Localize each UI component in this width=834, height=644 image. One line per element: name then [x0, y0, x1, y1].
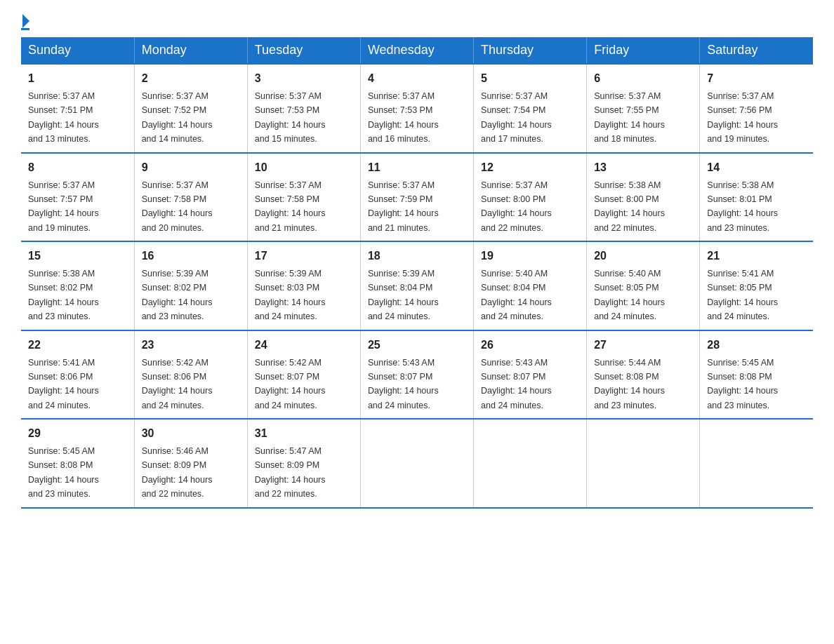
day-number: 14	[707, 159, 806, 176]
day-info: Sunrise: 5:37 AMSunset: 7:58 PMDaylight:…	[142, 180, 213, 233]
day-info: Sunrise: 5:37 AMSunset: 7:58 PMDaylight:…	[255, 180, 326, 233]
day-number: 15	[28, 248, 127, 264]
calendar-cell: 15 Sunrise: 5:38 AMSunset: 8:02 PMDaylig…	[21, 241, 134, 330]
day-number: 19	[481, 248, 579, 264]
logo-triangle-icon	[22, 14, 29, 28]
calendar-cell	[474, 419, 587, 508]
weekday-header-thursday: Thursday	[474, 37, 587, 64]
calendar-cell	[360, 419, 473, 508]
day-info: Sunrise: 5:45 AMSunset: 8:08 PMDaylight:…	[28, 446, 99, 499]
calendar-cell: 26 Sunrise: 5:43 AMSunset: 8:07 PMDaylig…	[474, 330, 587, 420]
calendar-cell: 12 Sunrise: 5:37 AMSunset: 8:00 PMDaylig…	[474, 153, 587, 242]
calendar-week-row: 15 Sunrise: 5:38 AMSunset: 8:02 PMDaylig…	[21, 241, 813, 330]
day-number: 16	[142, 248, 240, 264]
calendar-cell: 10 Sunrise: 5:37 AMSunset: 7:58 PMDaylig…	[247, 153, 360, 242]
calendar-cell: 20 Sunrise: 5:40 AMSunset: 8:05 PMDaylig…	[587, 241, 700, 330]
day-number: 28	[707, 337, 806, 354]
day-number: 21	[707, 248, 806, 264]
day-info: Sunrise: 5:47 AMSunset: 8:09 PMDaylight:…	[255, 446, 326, 499]
day-number: 27	[594, 337, 692, 354]
day-info: Sunrise: 5:37 AMSunset: 7:56 PMDaylight:…	[707, 91, 778, 144]
calendar-cell: 28 Sunrise: 5:45 AMSunset: 8:08 PMDaylig…	[700, 330, 813, 420]
calendar-cell: 19 Sunrise: 5:40 AMSunset: 8:04 PMDaylig…	[474, 241, 587, 330]
day-info: Sunrise: 5:39 AMSunset: 8:02 PMDaylight:…	[142, 269, 213, 321]
day-number: 25	[368, 337, 466, 354]
day-info: Sunrise: 5:42 AMSunset: 8:07 PMDaylight:…	[255, 358, 326, 410]
calendar-cell: 7 Sunrise: 5:37 AMSunset: 7:56 PMDayligh…	[700, 64, 813, 153]
weekday-header-row: SundayMondayTuesdayWednesdayThursdayFrid…	[21, 37, 813, 64]
day-number: 18	[368, 248, 466, 264]
day-number: 5	[481, 70, 579, 87]
day-info: Sunrise: 5:37 AMSunset: 7:51 PMDaylight:…	[28, 91, 99, 144]
calendar-cell: 27 Sunrise: 5:44 AMSunset: 8:08 PMDaylig…	[587, 330, 700, 420]
day-number: 7	[707, 70, 806, 87]
day-number: 9	[142, 159, 240, 176]
calendar-cell: 1 Sunrise: 5:37 AMSunset: 7:51 PMDayligh…	[21, 64, 134, 153]
day-info: Sunrise: 5:46 AMSunset: 8:09 PMDaylight:…	[142, 446, 213, 499]
calendar-table: SundayMondayTuesdayWednesdayThursdayFrid…	[21, 37, 813, 509]
day-info: Sunrise: 5:37 AMSunset: 7:59 PMDaylight:…	[368, 180, 439, 233]
calendar-cell: 29 Sunrise: 5:45 AMSunset: 8:08 PMDaylig…	[21, 419, 134, 508]
weekday-header-tuesday: Tuesday	[247, 37, 360, 64]
calendar-cell: 5 Sunrise: 5:37 AMSunset: 7:54 PMDayligh…	[474, 64, 587, 153]
page-header	[21, 14, 813, 30]
day-info: Sunrise: 5:43 AMSunset: 8:07 PMDaylight:…	[368, 358, 439, 410]
calendar-cell: 14 Sunrise: 5:38 AMSunset: 8:01 PMDaylig…	[700, 153, 813, 242]
weekday-header-sunday: Sunday	[21, 37, 134, 64]
day-info: Sunrise: 5:38 AMSunset: 8:02 PMDaylight:…	[28, 269, 99, 321]
calendar-cell: 13 Sunrise: 5:38 AMSunset: 8:00 PMDaylig…	[587, 153, 700, 242]
day-info: Sunrise: 5:41 AMSunset: 8:05 PMDaylight:…	[707, 269, 778, 321]
day-info: Sunrise: 5:38 AMSunset: 8:00 PMDaylight:…	[594, 180, 665, 233]
day-info: Sunrise: 5:44 AMSunset: 8:08 PMDaylight:…	[594, 358, 665, 410]
logo	[21, 14, 29, 30]
day-number: 30	[142, 425, 240, 442]
calendar-week-row: 22 Sunrise: 5:41 AMSunset: 8:06 PMDaylig…	[21, 330, 813, 420]
day-number: 22	[28, 337, 127, 354]
day-info: Sunrise: 5:37 AMSunset: 7:55 PMDaylight:…	[594, 91, 665, 144]
day-info: Sunrise: 5:37 AMSunset: 7:52 PMDaylight:…	[142, 91, 213, 144]
calendar-cell: 18 Sunrise: 5:39 AMSunset: 8:04 PMDaylig…	[360, 241, 473, 330]
day-number: 26	[481, 337, 579, 354]
day-number: 10	[255, 159, 353, 176]
day-info: Sunrise: 5:37 AMSunset: 8:00 PMDaylight:…	[481, 180, 552, 233]
day-number: 11	[368, 159, 466, 176]
day-number: 8	[28, 159, 127, 176]
logo-underline	[21, 28, 29, 30]
calendar-cell: 31 Sunrise: 5:47 AMSunset: 8:09 PMDaylig…	[247, 419, 360, 508]
day-info: Sunrise: 5:37 AMSunset: 7:53 PMDaylight:…	[368, 91, 439, 144]
day-info: Sunrise: 5:42 AMSunset: 8:06 PMDaylight:…	[142, 358, 213, 410]
day-info: Sunrise: 5:37 AMSunset: 7:53 PMDaylight:…	[255, 91, 326, 144]
calendar-cell: 3 Sunrise: 5:37 AMSunset: 7:53 PMDayligh…	[247, 64, 360, 153]
calendar-cell: 16 Sunrise: 5:39 AMSunset: 8:02 PMDaylig…	[134, 241, 247, 330]
day-info: Sunrise: 5:41 AMSunset: 8:06 PMDaylight:…	[28, 358, 99, 410]
day-info: Sunrise: 5:43 AMSunset: 8:07 PMDaylight:…	[481, 358, 552, 410]
weekday-header-wednesday: Wednesday	[360, 37, 473, 64]
day-info: Sunrise: 5:40 AMSunset: 8:04 PMDaylight:…	[481, 269, 552, 321]
calendar-cell: 2 Sunrise: 5:37 AMSunset: 7:52 PMDayligh…	[134, 64, 247, 153]
calendar-cell: 9 Sunrise: 5:37 AMSunset: 7:58 PMDayligh…	[134, 153, 247, 242]
day-info: Sunrise: 5:37 AMSunset: 7:57 PMDaylight:…	[28, 180, 99, 233]
calendar-week-row: 8 Sunrise: 5:37 AMSunset: 7:57 PMDayligh…	[21, 153, 813, 242]
calendar-cell: 30 Sunrise: 5:46 AMSunset: 8:09 PMDaylig…	[134, 419, 247, 508]
calendar-cell: 8 Sunrise: 5:37 AMSunset: 7:57 PMDayligh…	[21, 153, 134, 242]
day-number: 1	[28, 70, 127, 87]
calendar-cell	[700, 419, 813, 508]
day-number: 2	[142, 70, 240, 87]
calendar-cell: 24 Sunrise: 5:42 AMSunset: 8:07 PMDaylig…	[247, 330, 360, 420]
day-info: Sunrise: 5:39 AMSunset: 8:04 PMDaylight:…	[368, 269, 439, 321]
day-number: 20	[594, 248, 692, 264]
calendar-cell: 6 Sunrise: 5:37 AMSunset: 7:55 PMDayligh…	[587, 64, 700, 153]
day-number: 3	[255, 70, 353, 87]
calendar-week-row: 1 Sunrise: 5:37 AMSunset: 7:51 PMDayligh…	[21, 64, 813, 153]
day-number: 23	[142, 337, 240, 354]
day-number: 17	[255, 248, 353, 264]
calendar-cell: 4 Sunrise: 5:37 AMSunset: 7:53 PMDayligh…	[360, 64, 473, 153]
calendar-cell: 25 Sunrise: 5:43 AMSunset: 8:07 PMDaylig…	[360, 330, 473, 420]
day-number: 29	[28, 425, 127, 442]
weekday-header-saturday: Saturday	[700, 37, 813, 64]
calendar-week-row: 29 Sunrise: 5:45 AMSunset: 8:08 PMDaylig…	[21, 419, 813, 508]
day-info: Sunrise: 5:40 AMSunset: 8:05 PMDaylight:…	[594, 269, 665, 321]
day-number: 6	[594, 70, 692, 87]
day-number: 24	[255, 337, 353, 354]
day-info: Sunrise: 5:37 AMSunset: 7:54 PMDaylight:…	[481, 91, 552, 144]
